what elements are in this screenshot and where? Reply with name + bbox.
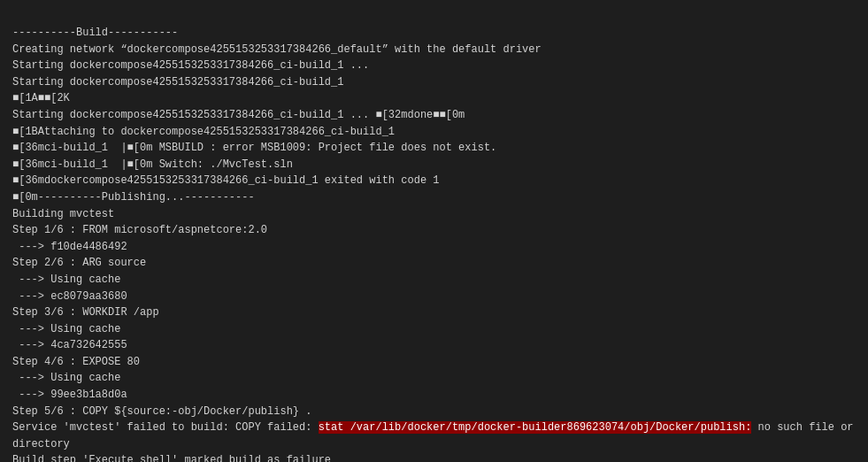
terminal-line: ---> f10de4486492 <box>12 239 856 256</box>
terminal-line: Step 5/6 : COPY ${source:-obj/Docker/pub… <box>12 404 856 420</box>
error-highlight: stat /var/lib/docker/tmp/docker-builder8… <box>319 421 752 434</box>
terminal-line: Service 'mvctest' failed to build: COPY … <box>12 420 856 452</box>
terminal-line: ---> Using cache <box>12 272 856 289</box>
terminal-line: ■[0m----------Publishing...----------- <box>12 189 856 206</box>
terminal-line: ■[36mci-build_1 |■[0m Switch: ./MvcTest.… <box>12 157 856 173</box>
terminal-line: ----------Build----------- <box>12 25 856 42</box>
terminal-line: Step 1/6 : FROM microsoft/aspnetcore:2.0 <box>12 222 856 239</box>
terminal-line: ■[36mci-build_1 |■[0m MSBUILD : error MS… <box>12 140 856 157</box>
terminal-line: ---> Using cache <box>12 370 856 387</box>
terminal-line: ---> ec8079aa3680 <box>12 289 856 305</box>
terminal-line: ■[36mdockercompose4255153253317384266_ci… <box>12 173 856 189</box>
terminal-line: Starting dockercompose425515325331738426… <box>12 58 856 74</box>
terminal-line: Starting dockercompose425515325331738426… <box>12 107 856 124</box>
terminal-line: ---> Using cache <box>12 321 856 338</box>
terminal-line: ■[1A■■[2K <box>12 90 856 107</box>
terminal-output: ----------Build-----------Creating netwo… <box>12 9 856 462</box>
terminal-line: ---> 4ca732642555 <box>12 337 856 354</box>
terminal-line: Starting dockercompose425515325331738426… <box>12 74 856 91</box>
terminal-line: Step 2/6 : ARG source <box>12 255 856 272</box>
terminal-line: Build step 'Execute shell' marked build … <box>12 452 856 462</box>
terminal-line: ■[1BAttaching to dockercompose4255153253… <box>12 124 856 141</box>
terminal-line: ---> 99ee3b1a8d0a <box>12 387 856 404</box>
terminal-line: Creating network “dockercompose425515325… <box>12 42 856 58</box>
error-prefix: Service 'mvctest' failed to build: COPY … <box>12 421 319 434</box>
terminal-line: Building mvctest <box>12 206 856 223</box>
terminal-line: Step 4/6 : EXPOSE 80 <box>12 354 856 371</box>
terminal-line: Step 3/6 : WORKDIR /app <box>12 304 856 321</box>
